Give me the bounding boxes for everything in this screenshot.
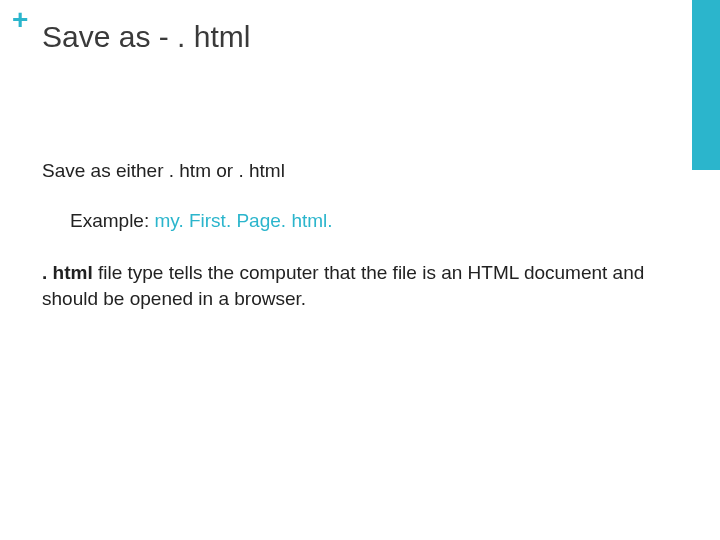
accent-bar: [692, 0, 720, 170]
body-line-1: Save as either . htm or . html: [42, 160, 660, 182]
example-value: my. First. Page. html.: [154, 210, 332, 231]
plus-icon: +: [12, 6, 28, 34]
slide-title: Save as - . html: [42, 20, 250, 54]
slide-content: Save as either . htm or . html Example: …: [42, 160, 660, 311]
body-line-3-bold: . html: [42, 262, 93, 283]
example-label: Example:: [70, 210, 154, 231]
body-line-3: . html file type tells the computer that…: [42, 260, 660, 311]
body-line-3-rest: file type tells the computer that the fi…: [42, 262, 644, 309]
body-example-line: Example: my. First. Page. html.: [70, 210, 660, 232]
